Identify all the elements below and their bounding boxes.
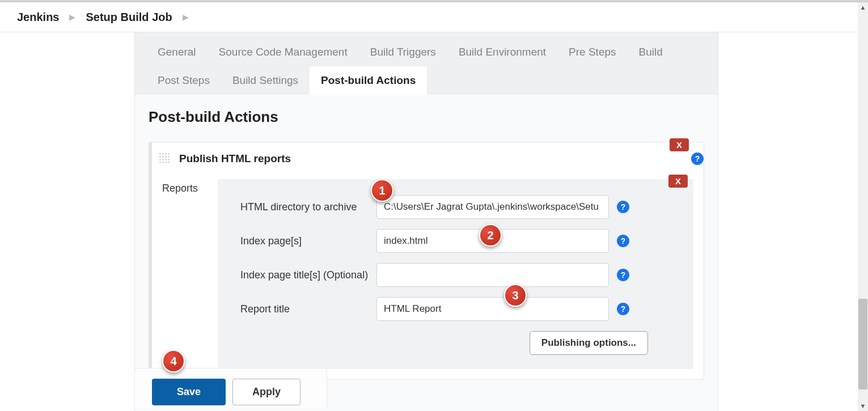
chevron-right-icon: ▶ <box>183 12 189 22</box>
page-title: Post-build Actions <box>149 108 704 126</box>
breadcrumb-job[interactable]: Setup Build Job <box>86 11 172 24</box>
config-tabs: General Source Code Management Build Tri… <box>134 32 718 95</box>
help-icon[interactable]: ? <box>617 269 629 281</box>
tab-scm[interactable]: Source Code Management <box>208 38 359 66</box>
tab-post-steps[interactable]: Post Steps <box>146 66 221 95</box>
index-title-label: Index page title[s] (Optional) <box>240 269 376 281</box>
vertical-scrollbar[interactable]: ▲ ▼ <box>858 2 868 411</box>
field-index-title-row: Index page title[s] (Optional) ? <box>240 263 682 287</box>
config-panel: General Source Code Management Build Tri… <box>134 32 718 411</box>
index-page-label: Index page[s] <box>240 235 376 247</box>
apply-button[interactable]: Apply <box>232 379 300 405</box>
publishing-options-button[interactable]: Publishing options... <box>530 331 648 355</box>
annotation-3: 3 <box>504 284 527 307</box>
help-icon[interactable]: ? <box>617 201 629 213</box>
remove-report-button[interactable]: X <box>668 175 688 188</box>
form-actions: Save Apply <box>134 368 327 408</box>
scroll-thumb[interactable] <box>858 299 867 389</box>
publish-html-section: X ? Publish HTML reports Reports X HTML … <box>149 142 704 380</box>
save-button[interactable]: Save <box>152 379 226 405</box>
page-body: Post-build Actions X ? Publish HTML repo… <box>134 95 718 411</box>
annotation-4: 4 <box>162 350 185 372</box>
help-icon[interactable]: ? <box>617 235 629 247</box>
report-entry: X HTML directory to archive ? Index page… <box>218 179 693 369</box>
chevron-right-icon: ▶ <box>69 12 75 22</box>
scroll-up-arrow[interactable]: ▲ <box>858 2 868 12</box>
publishing-options-row: Publishing options... <box>240 331 682 355</box>
drag-handle-icon[interactable] <box>159 152 170 164</box>
tab-build-triggers[interactable]: Build Triggers <box>359 38 447 66</box>
field-report-title-row: Report title ? <box>240 297 682 321</box>
report-title-label: Report title <box>240 303 376 315</box>
tab-pre-steps[interactable]: Pre Steps <box>557 38 627 66</box>
breadcrumb: Jenkins ▶ Setup Build Job ▶ <box>0 2 868 32</box>
remove-section-button[interactable]: X <box>670 138 689 151</box>
annotation-2: 2 <box>479 224 502 247</box>
tab-post-build-actions[interactable]: Post-build Actions <box>310 66 427 95</box>
html-dir-input[interactable] <box>376 195 609 219</box>
html-dir-label: HTML directory to archive <box>240 201 376 213</box>
index-title-input[interactable] <box>376 263 609 287</box>
reports-label: Reports <box>162 179 208 369</box>
tab-build-settings[interactable]: Build Settings <box>221 66 310 95</box>
section-title: Publish HTML reports <box>179 152 693 165</box>
reports-row: Reports X HTML directory to archive ? In… <box>162 179 693 369</box>
help-icon[interactable]: ? <box>617 303 629 315</box>
field-html-dir-row: HTML directory to archive ? <box>240 195 682 219</box>
tab-build[interactable]: Build <box>628 38 674 66</box>
scroll-down-arrow[interactable]: ▼ <box>858 401 868 411</box>
help-icon[interactable]: ? <box>691 152 704 165</box>
report-title-input[interactable] <box>376 297 609 321</box>
field-index-row: Index page[s] ? <box>240 229 682 253</box>
breadcrumb-root[interactable]: Jenkins <box>17 11 59 24</box>
tab-general[interactable]: General <box>146 38 208 66</box>
tab-build-environment[interactable]: Build Environment <box>447 38 557 66</box>
annotation-1: 1 <box>371 179 393 202</box>
